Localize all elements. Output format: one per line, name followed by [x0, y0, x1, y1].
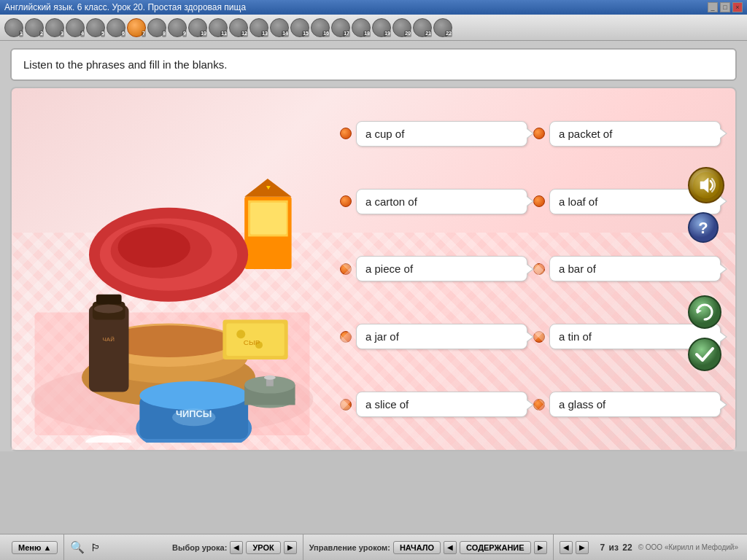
svg-rect-23	[96, 295, 122, 305]
lesson-section: Выбор урока: ◀ УРОК ▶	[166, 534, 303, 560]
svg-point-54	[85, 435, 131, 443]
toolbar-btn-14[interactable]: 14	[270, 18, 289, 37]
control-section: Управление уроком: НАЧАЛО ◀ СОДЕРЖАНИЕ ▶	[303, 534, 554, 560]
phrase-item-1: a cup of	[340, 103, 527, 165]
toolbar-btn-16[interactable]: 16	[311, 18, 330, 37]
toolbar-btn-11[interactable]: 11	[209, 18, 228, 37]
control-next-btn[interactable]: ▶	[534, 541, 547, 554]
toolbar-btn-20[interactable]: 20	[392, 18, 411, 37]
phrase-box-piece-of[interactable]: a piece of	[356, 256, 527, 281]
phrase-dot-2	[533, 128, 545, 139]
svg-rect-6	[250, 203, 287, 235]
instruction-text: Listen to the phrases and fill in the bl…	[23, 58, 227, 71]
phrase-item-3: a carton of	[340, 171, 527, 233]
toolbar-btn-4[interactable]: 4	[66, 18, 85, 37]
page-next-btn[interactable]: ▶	[576, 541, 589, 554]
phrase-item-2: a packet of	[533, 103, 721, 165]
control-prev-btn[interactable]: ◀	[444, 541, 457, 554]
content-panel: СОК	[10, 87, 737, 451]
toolbar-btn-1[interactable]: 1	[4, 18, 23, 37]
svg-point-25	[94, 305, 123, 314]
toolbar-btn-3[interactable]: 3	[45, 18, 64, 37]
refresh-icon-btn[interactable]	[687, 295, 722, 330]
instruction-box: Listen to the phrases and fill in the bl…	[10, 48, 737, 81]
phrase-box-cup-of[interactable]: a cup of	[356, 121, 527, 147]
maximize-btn[interactable]: □	[720, 2, 730, 12]
main-content: Listen to the phrases and fill in the bl…	[0, 41, 747, 451]
lesson-next-btn[interactable]: ▶	[284, 541, 297, 554]
toolbar-btn-2[interactable]: 2	[25, 18, 44, 37]
bottombar: Меню ▲ 🔍 🏳 Выбор урока: ◀ УРОК ▶ Управле…	[0, 534, 747, 560]
check-icon-btn[interactable]	[687, 337, 722, 372]
start-btn[interactable]: НАЧАЛО	[393, 541, 441, 554]
svg-point-30	[172, 408, 216, 426]
toolbar-btn-8[interactable]: 8	[147, 18, 166, 37]
svg-text:ЧАЙ: ЧАЙ	[103, 336, 115, 343]
toolbar-btn-10[interactable]: 10	[188, 18, 207, 37]
toolbar-btn-22[interactable]: 22	[433, 18, 452, 37]
toolbar-btn-6[interactable]: 6	[107, 18, 125, 37]
toolbar-btn-18[interactable]: 18	[352, 18, 371, 37]
close-btn[interactable]: ×	[732, 2, 743, 12]
copyright: © ООО «Кирилл и Мефодий»	[638, 543, 741, 551]
lesson-label: Выбор урока:	[172, 543, 227, 552]
toolbar-btn-7[interactable]: 7	[127, 18, 146, 37]
svg-text:СЫР: СЫР	[244, 338, 260, 346]
phrase-box-carton-of[interactable]: a carton of	[356, 189, 527, 214]
svg-point-35	[264, 376, 276, 380]
phrase-box-glass-of[interactable]: a glass of	[549, 392, 721, 417]
svg-point-61	[689, 296, 721, 328]
toolbar-btn-21[interactable]: 21	[413, 18, 432, 37]
page-prev-btn[interactable]: ◀	[560, 541, 573, 554]
page-indicator: 7 из 22	[595, 542, 638, 553]
right-icons: ?	[687, 166, 725, 372]
toolbar-btn-13[interactable]: 13	[249, 18, 268, 37]
toolbar-btn-17[interactable]: 17	[331, 18, 350, 37]
titlebar-title: Английский язык. 6 класс. Урок 20. Прост…	[4, 2, 246, 12]
toolbar-btn-15[interactable]: 15	[290, 18, 309, 37]
control-label: Управление уроком:	[309, 543, 390, 552]
toolbar-btn-19[interactable]: 19	[372, 18, 391, 37]
phrase-dot-4	[533, 195, 545, 207]
search-section: 🔍 🏳	[64, 534, 107, 560]
phrase-box-jar-of[interactable]: a jar of	[356, 324, 527, 349]
phrase-box-slice-of[interactable]: a slice of	[356, 392, 527, 417]
search-icon[interactable]: 🔍	[70, 540, 85, 554]
titlebar: Английский язык. 6 класс. Урок 20. Прост…	[0, 0, 747, 15]
toolbar: 1 2 3 4 5 6 7 8 9 10 11 12 13 14 15 16 1…	[0, 15, 747, 41]
svg-point-18	[236, 330, 245, 338]
nav-arrows-section: ◀ ▶	[554, 534, 595, 560]
menu-section: Меню ▲	[6, 534, 64, 560]
svg-point-11	[118, 227, 190, 268]
svg-point-63	[689, 338, 721, 370]
titlebar-controls: _ □ ×	[708, 2, 743, 12]
lesson-prev-btn[interactable]: ◀	[230, 541, 243, 554]
phrase-dot-1	[340, 128, 352, 139]
lesson-btn[interactable]: УРОК	[246, 541, 280, 554]
svg-point-28	[139, 381, 248, 411]
speaker-icon-btn[interactable]	[687, 166, 725, 204]
toolbar-btn-12[interactable]: 12	[229, 18, 248, 37]
content-btn[interactable]: СОДЕРЖАНИЕ	[460, 541, 531, 554]
food-image-area: СОК	[19, 96, 325, 443]
minimize-btn[interactable]: _	[708, 2, 718, 12]
help-icon-btn[interactable]: ?	[687, 211, 719, 244]
toolbar-btn-9[interactable]: 9	[168, 18, 187, 37]
phrase-box-packet-of[interactable]: a packet of	[549, 121, 721, 147]
phrase-dot-3	[340, 195, 352, 207]
svg-text:?: ?	[698, 219, 708, 237]
toolbar-btn-5[interactable]: 5	[86, 18, 105, 37]
flag-icon[interactable]: 🏳	[90, 542, 101, 553]
menu-button[interactable]: Меню ▲	[12, 541, 58, 554]
